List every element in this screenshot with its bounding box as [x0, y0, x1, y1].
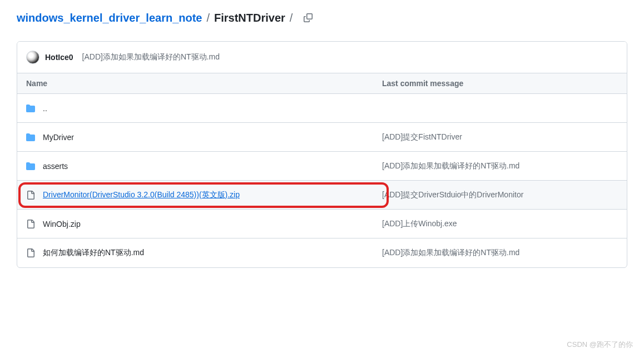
cell-commit-message: [ADD]添加如果加载编译好的NT驱动.md	[382, 248, 618, 258]
file-link[interactable]: WinObj.zip	[43, 220, 81, 228]
breadcrumb-repo-link[interactable]: windows_kernel_driver_learn_note	[17, 12, 202, 24]
commit-author[interactable]: HotIce0	[45, 53, 73, 62]
cell-name: DriverMonitor(DriverStudio 3.2.0(Build 2…	[26, 190, 382, 200]
latest-commit-header: HotIce0 [ADD]添加如果加载编译好的NT驱动.md	[17, 42, 627, 73]
table-header: Name Last commit message	[17, 73, 627, 94]
parent-dir-row[interactable]: ..	[17, 94, 627, 123]
folder-icon	[26, 162, 35, 171]
cell-commit-message: [ADD]上传Winobj.exe	[382, 219, 618, 229]
cell-commit-message: [ADD]提交DriverStduio中的DriverMonitor	[382, 190, 618, 200]
commit-message-link[interactable]: [ADD]添加如果加载编译好的NT驱动.md	[382, 248, 519, 257]
cell-name: 如何加载编译好的NT驱动.md	[26, 248, 382, 258]
file-listing-box: HotIce0 [ADD]添加如果加载编译好的NT驱动.md Name Last…	[17, 41, 627, 268]
file-link[interactable]: 如何加载编译好的NT驱动.md	[43, 248, 144, 258]
breadcrumb-separator: /	[206, 12, 210, 24]
avatar[interactable]	[26, 51, 39, 64]
file-link[interactable]: MyDriver	[43, 133, 74, 142]
copy-path-button[interactable]	[300, 10, 316, 26]
cell-name: MyDriver	[26, 133, 382, 142]
table-row: 如何加载编译好的NT驱动.md[ADD]添加如果加载编译好的NT驱动.md	[17, 238, 627, 267]
table-row: DriverMonitor(DriverStudio 3.2.0(Build 2…	[17, 181, 627, 210]
column-header-name: Name	[26, 79, 382, 88]
commit-message-link[interactable]: [ADD]添加如果加载编译好的NT驱动.md	[382, 161, 519, 170]
commit-message[interactable]: [ADD]添加如果加载编译好的NT驱动.md	[82, 52, 220, 62]
file-link[interactable]: DriverMonitor(DriverStudio 3.2.0(Build 2…	[43, 190, 240, 200]
cell-name: WinObj.zip	[26, 220, 382, 228]
commit-message-link[interactable]: [ADD]上传Winobj.exe	[382, 219, 457, 228]
file-link[interactable]: asserts	[43, 162, 68, 171]
breadcrumb: windows_kernel_driver_learn_note / First…	[17, 6, 627, 26]
cell-name: asserts	[26, 162, 382, 171]
table-row: WinObj.zip[ADD]上传Winobj.exe	[17, 210, 627, 238]
file-icon	[26, 220, 35, 228]
copy-icon	[304, 13, 313, 22]
folder-icon	[26, 133, 35, 142]
commit-message-link[interactable]: [ADD]提交FistNTDriver	[382, 132, 462, 141]
file-icon	[26, 248, 35, 257]
folder-icon	[26, 104, 35, 113]
file-icon	[26, 191, 35, 200]
breadcrumb-separator: /	[290, 12, 293, 24]
column-header-last-commit: Last commit message	[382, 79, 618, 88]
breadcrumb-current: FirstNTDriver	[214, 12, 285, 24]
cell-commit-message: [ADD]提交FistNTDriver	[382, 132, 618, 142]
cell-commit-message: [ADD]添加如果加载编译好的NT驱动.md	[382, 161, 618, 171]
table-row: asserts[ADD]添加如果加载编译好的NT驱动.md	[17, 152, 627, 181]
parent-dir-link[interactable]: ..	[43, 104, 47, 113]
commit-message-link[interactable]: [ADD]提交DriverStduio中的DriverMonitor	[382, 190, 523, 199]
table-row: MyDriver[ADD]提交FistNTDriver	[17, 123, 627, 152]
